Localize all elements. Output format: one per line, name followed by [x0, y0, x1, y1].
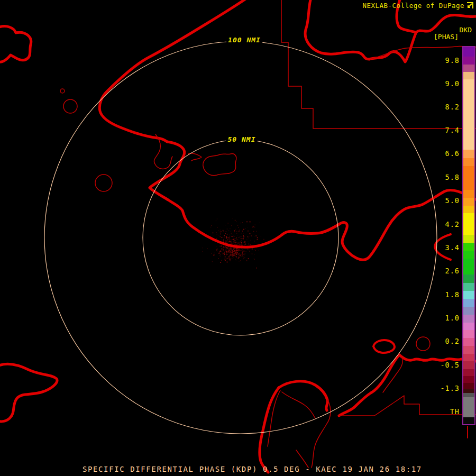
echo-pixel — [236, 252, 237, 253]
echo-pixel — [236, 221, 237, 222]
echo-pixel — [221, 246, 221, 246]
echo-pixel — [246, 244, 246, 245]
echo-pixel — [239, 244, 240, 245]
echo-pixel — [225, 233, 226, 234]
echo-pixel — [242, 231, 243, 232]
echo-pixel — [234, 254, 235, 254]
echo-pixel — [240, 238, 241, 239]
echo-pixel — [236, 231, 237, 232]
echo-pixel — [228, 237, 230, 239]
echo-pixel — [237, 250, 237, 251]
echo-pixel — [242, 253, 243, 254]
echo-pixel — [240, 250, 241, 251]
echo-pixel — [231, 255, 231, 255]
echo-pixel — [239, 261, 240, 261]
echo-pixel — [242, 256, 243, 257]
echo-pixel — [241, 256, 241, 257]
echo-pixel — [249, 251, 249, 251]
echo-pixel — [255, 225, 255, 225]
echo-pixel — [236, 252, 236, 252]
echo-pixel — [249, 251, 250, 252]
echo-pixel — [224, 246, 224, 246]
echo-pixel — [227, 229, 227, 230]
colorbar-segment-16 — [463, 274, 474, 283]
echo-pixel — [235, 259, 235, 260]
echo-pixel — [230, 252, 231, 253]
echo-pixel — [254, 254, 254, 254]
product-code-label: DKD — [460, 26, 472, 34]
map-pond-2 — [63, 99, 77, 113]
echo-pixel — [226, 236, 227, 236]
echo-pixel — [224, 235, 225, 236]
echo-pixel — [244, 241, 245, 241]
colorbar-segment-13 — [463, 243, 474, 251]
echo-pixel — [233, 259, 233, 259]
colorbar-track — [463, 47, 474, 424]
echo-pixel — [219, 252, 219, 253]
echo-pixel — [225, 247, 225, 248]
echo-pixel — [224, 254, 225, 255]
echo-pixel — [235, 244, 236, 245]
echo-pixel — [221, 233, 221, 234]
radar-display: 50 NMI 100 NMI NEXLAB-College of DuPage … — [0, 0, 476, 476]
echo-pixel — [226, 241, 226, 241]
echo-pixel — [231, 234, 232, 234]
echo-pixel — [239, 249, 240, 250]
echo-pixel — [243, 244, 243, 245]
colorbar-segment-11 — [463, 213, 474, 235]
colorbar-segment-22 — [463, 323, 474, 330]
echo-pixel — [240, 236, 240, 237]
echo-pixel — [234, 252, 234, 252]
colorbar-segment-6 — [463, 158, 474, 166]
echo-pixel — [216, 250, 217, 251]
echo-pixel — [233, 249, 234, 250]
colorbar-tick-5.8: 5.8 — [425, 173, 460, 181]
echo-pixel — [249, 243, 249, 244]
echo-pixel — [257, 237, 258, 238]
echo-pixel — [221, 260, 222, 261]
echo-pixel — [241, 241, 241, 241]
echo-pixel — [246, 221, 248, 222]
echo-pixel — [223, 231, 224, 232]
echo-pixel — [225, 246, 225, 246]
echo-pixel — [233, 250, 233, 251]
echo-pixel — [237, 239, 238, 240]
echo-pixel — [230, 255, 231, 256]
echo-pixel — [231, 249, 232, 249]
echo-pixel — [222, 241, 222, 242]
echo-pixel — [220, 256, 221, 257]
echo-pixel — [226, 253, 226, 253]
colorbar-segment-30 — [463, 383, 474, 389]
echo-pixel — [238, 253, 239, 254]
echo-pixel — [217, 219, 217, 219]
echo-pixel — [239, 254, 239, 255]
echo-pixel — [255, 250, 256, 251]
echo-pixel — [219, 252, 219, 252]
colorbar-segment-24 — [463, 338, 474, 346]
colorbar-segment-1 — [463, 57, 474, 65]
echo-pixel — [240, 258, 240, 258]
echo-pixel — [256, 268, 257, 269]
echo-pixel — [243, 251, 244, 252]
echo-pixel — [224, 253, 224, 254]
echo-pixel — [218, 258, 219, 259]
echo-pixel — [243, 238, 244, 239]
echo-pixel — [233, 248, 233, 249]
echo-pixel — [235, 242, 236, 242]
echo-pixel — [228, 241, 229, 242]
echo-pixel — [229, 248, 230, 249]
colorbar-segment-26 — [463, 354, 474, 361]
echo-pixel — [263, 239, 264, 240]
colorbar — [462, 46, 475, 425]
echo-pixel — [221, 245, 222, 246]
colorbar-segment-5 — [463, 150, 474, 158]
echo-pixel — [243, 236, 244, 237]
echo-pixel — [247, 237, 248, 237]
echo-pixel — [224, 226, 224, 226]
echo-pixel — [234, 231, 235, 232]
echo-pixel — [230, 247, 231, 248]
echo-pixel — [232, 241, 232, 241]
echo-pixel — [233, 258, 234, 258]
echo-pixel — [228, 259, 228, 259]
echo-pixel — [241, 242, 242, 243]
